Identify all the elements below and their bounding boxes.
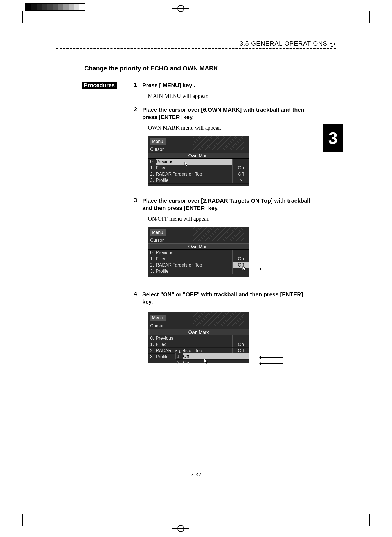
menu-row: 0.Previous: [148, 250, 249, 256]
submenu-row: 2.On: [176, 360, 249, 366]
step-item: 1 Press [ MENU] key . MAIN MENU will app…: [134, 82, 310, 104]
step-number: 2: [134, 106, 142, 195]
step-item: 4 Select "ON" or "OFF" with trackball an…: [134, 291, 310, 371]
submenu: 1.Off 2.On: [175, 353, 249, 359]
step-number: 4: [134, 291, 142, 371]
step-item: 3 Place the cursor over [2.RADAR Targets…: [134, 197, 310, 288]
menu-row: 3. Profile 1.Off 2.On: [148, 354, 249, 360]
step-item: 2 Place the cursor over [6.OWN MARK] wit…: [134, 106, 310, 195]
header-divider: [56, 48, 336, 49]
content-area: Change the priority of ECHO and OWN MARK…: [82, 65, 310, 379]
menu-screenshot: Menu Cursor Own Mark 0.Previous 1.Filled…: [148, 312, 249, 363]
registration-mark-top: [172, 0, 189, 17]
step-title: Select "ON" or "OFF" with trackball and …: [142, 291, 310, 305]
menu-row: 2.RADAR Targets on TopOff: [148, 348, 249, 354]
menu-row: 2.RADAR Targets on TopOff: [148, 171, 249, 177]
step-title: Place the cursor over [6.OWN MARK] with …: [142, 106, 310, 121]
chapter-tab: 3: [323, 124, 343, 152]
menu-label: Menu: [150, 138, 166, 145]
menu-title: Own Mark: [148, 153, 249, 159]
section-title: Change the priority of ECHO and OWN MARK: [84, 65, 310, 72]
header-dots-icon: [330, 43, 336, 48]
menu-title: Own Mark: [148, 243, 249, 250]
step-title: Place the cursor over [2.RADAR Targets O…: [142, 197, 310, 212]
menu-row: 1.FilledOn: [148, 256, 249, 262]
menu-row: 1.FilledOn: [148, 341, 249, 348]
step-description: MAIN MENU will appear.: [148, 93, 310, 99]
procedure-steps: 1 Press [ MENU] key . MAIN MENU will app…: [134, 82, 310, 373]
menu-label: Menu: [150, 315, 166, 321]
page-area: 3.5 GENERAL OPERATIONS 3 Change the prio…: [28, 23, 364, 514]
step-description: OWN MARK menu will appear.: [148, 125, 310, 131]
registration-mark-bottom: [172, 520, 189, 537]
menu-row: 0.Previous: [148, 335, 249, 341]
procedures-badge: Procedures: [82, 82, 117, 89]
menu-screenshot: Menu Cursor Own Mark 0.Previous 1.Filled…: [148, 227, 249, 277]
step-title: Press [ MENU] key .: [142, 82, 310, 89]
pointer-arrow-icon: [260, 357, 283, 358]
menu-row: 0.Previous: [148, 159, 249, 165]
menu-row: 3.Profile>: [148, 177, 249, 184]
step-number: 3: [134, 197, 142, 288]
menu-label: Menu: [150, 229, 166, 236]
step-number: 1: [134, 82, 142, 104]
menu-title: Own Mark: [148, 329, 249, 335]
calibration-strip: [25, 3, 85, 11]
pointer-arrow-icon: [260, 363, 283, 364]
running-header: 3.5 GENERAL OPERATIONS: [240, 40, 327, 47]
pointer-arrow-icon: [260, 269, 283, 269]
menu-row: 1.FilledOn: [148, 165, 249, 171]
submenu-row: 1.Off: [176, 353, 249, 360]
menu-screenshot: Menu Cursor Own Mark 0.Previous 1.Filled…: [148, 136, 249, 186]
menu-row: 2.RADAR Targets on TopOff: [148, 262, 249, 268]
menu-row: 3.Profile: [148, 268, 249, 274]
page-number: 3-32: [28, 471, 364, 478]
step-description: ON/OFF menu will appear.: [148, 216, 310, 222]
